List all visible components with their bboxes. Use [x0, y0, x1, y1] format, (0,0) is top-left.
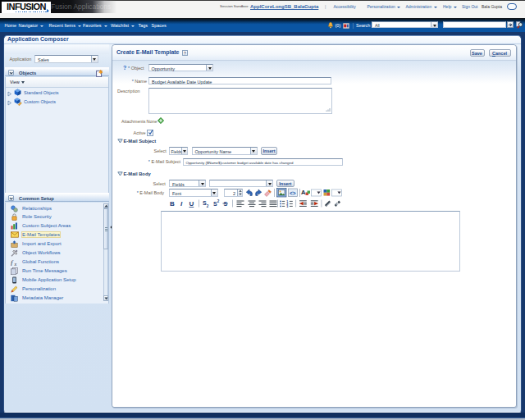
- svg-text:S: S: [224, 201, 228, 207]
- svg-text:3: 3: [286, 204, 288, 208]
- svg-text:B: B: [170, 200, 175, 208]
- svg-text:2: 2: [217, 199, 220, 203]
- svg-text:2: 2: [207, 203, 209, 208]
- svg-text:A: A: [301, 189, 306, 196]
- svg-text:<>: <>: [290, 190, 296, 196]
- svg-text:x: x: [14, 261, 17, 266]
- svg-text:U: U: [189, 200, 194, 208]
- svg-text:I: I: [180, 200, 183, 208]
- svg-text:f: f: [11, 258, 14, 266]
